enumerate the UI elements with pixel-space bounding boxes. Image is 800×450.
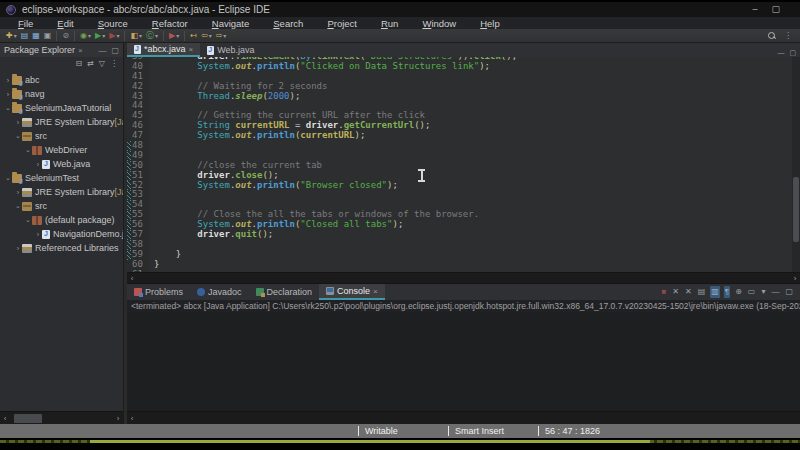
collapse-all-icon[interactable]: ⊟	[75, 59, 82, 68]
print-button[interactable]: ▣	[42, 30, 54, 42]
tab-web-java[interactable]: Web.java	[200, 43, 261, 57]
scroll-left-icon[interactable]: ‹	[127, 274, 137, 283]
chevron-down-icon[interactable]: ⌄	[4, 104, 12, 112]
video-progress-bar[interactable]	[0, 440, 800, 443]
chevron-right-icon[interactable]: ›	[4, 77, 12, 84]
console-output[interactable]	[127, 312, 800, 411]
external-tools-button[interactable]: ▶▾	[167, 30, 181, 42]
editor-vscrollbar[interactable]	[792, 57, 800, 272]
chevron-down-icon[interactable]: ▾	[88, 32, 91, 39]
toolbar-overflow-icon[interactable]: ⋮	[784, 31, 792, 40]
close-icon[interactable]: ×	[78, 46, 83, 55]
menu-file[interactable]: File	[6, 18, 45, 29]
minimize-panel-icon[interactable]: —	[770, 286, 780, 298]
tab-problems[interactable]: Problems	[127, 284, 190, 300]
tab-declaration[interactable]: Declaration	[249, 284, 320, 300]
new-java-project-button[interactable]: ◧▾	[128, 30, 144, 42]
chevron-down-icon[interactable]: ⌄	[24, 216, 32, 224]
chevron-down-icon[interactable]: ⌄	[14, 132, 22, 140]
minimize-panel-icon[interactable]: —	[777, 49, 784, 57]
chevron-down-icon[interactable]: ▾	[155, 32, 158, 39]
maximize-panel-icon[interactable]: ▢	[784, 286, 794, 298]
scroll-thumb[interactable]	[14, 414, 42, 423]
open-console-icon[interactable]: ▾	[760, 286, 766, 298]
chevron-down-icon[interactable]: ▾	[116, 32, 119, 39]
chevron-down-icon[interactable]: ▾	[209, 32, 212, 39]
code-editor[interactable]: 39 driver.findElement(By.linkText("Data …	[127, 57, 800, 272]
tab-javadoc[interactable]: Javadoc	[190, 284, 249, 300]
chevron-right-icon[interactable]: ›	[14, 245, 22, 252]
tab-console[interactable]: Console×	[319, 284, 385, 300]
minimize-button[interactable]: –	[752, 3, 757, 16]
close-icon[interactable]: ×	[189, 45, 194, 54]
editor-hscrollbar[interactable]: ‹ ›	[127, 272, 800, 284]
chevron-down-icon[interactable]: ▾	[139, 32, 142, 39]
clear-console-icon[interactable]: ▤	[697, 286, 707, 298]
tree-item-jre-system-library-[interactable]: ›JRE System Library [JavaSE-1	[0, 115, 123, 129]
menu-navigate[interactable]: Navigate	[200, 18, 262, 29]
word-wrap-icon[interactable]: ¶	[724, 286, 730, 298]
skip-all-breakpoints-button[interactable]: ⊘	[60, 30, 71, 42]
chevron-down-icon[interactable]: ⌄	[14, 202, 22, 210]
scroll-left-icon[interactable]: ‹	[127, 414, 137, 423]
tree-item-navigationdemo-java[interactable]: ›NavigationDemo.java	[0, 227, 123, 241]
view-menu-icon[interactable]: ⋮	[110, 59, 118, 68]
minimize-panel-icon[interactable]: —	[98, 46, 106, 55]
menu-project[interactable]: Project	[315, 18, 369, 29]
tree-item-src[interactable]: ⌄src	[0, 129, 123, 143]
tree-item-referenced-libraries[interactable]: ›Referenced Libraries	[0, 241, 123, 255]
chevron-right-icon[interactable]: ›	[34, 231, 42, 238]
tree-item-jre-system-library-[interactable]: ›JRE System Library [JavaSE-1	[0, 185, 123, 199]
menu-run[interactable]: Run	[369, 18, 410, 29]
pin-console-icon[interactable]: ⊕	[734, 286, 743, 298]
chevron-down-icon[interactable]: ▾	[14, 32, 17, 39]
maximize-panel-icon[interactable]: ▢	[111, 46, 119, 55]
menu-edit[interactable]: Edit	[45, 18, 85, 29]
chevron-down-icon[interactable]: ▾	[176, 32, 179, 39]
terminate-icon[interactable]: ■	[660, 286, 667, 298]
explorer-hscrollbar[interactable]: ‹ ›	[0, 411, 123, 424]
forward-button[interactable]: ⇨▾	[214, 30, 229, 42]
chevron-right-icon[interactable]: ›	[4, 91, 12, 98]
new-wizard-button[interactable]: ✚▾	[4, 30, 19, 42]
tree-item-abc[interactable]: ›abc	[0, 73, 123, 87]
debug-button[interactable]: ◉▾	[78, 30, 93, 42]
tree-item-src[interactable]: ⌄src	[0, 199, 123, 213]
menu-help[interactable]: Help	[468, 18, 512, 29]
save-all-button[interactable]: ▦	[30, 30, 42, 42]
link-with-editor-icon[interactable]: ⇄	[87, 59, 94, 68]
maximize-panel-icon[interactable]: ▢	[789, 49, 796, 57]
close-icon[interactable]: ×	[373, 287, 378, 296]
remove-all-launches-icon[interactable]: ✕	[684, 286, 693, 298]
back-button[interactable]: ⇦▾	[199, 30, 214, 42]
tree-item-seleniumjavatutorial[interactable]: ⌄SeleniumJavaTutorial	[0, 101, 123, 115]
scroll-lock-icon[interactable]: ▥	[710, 286, 720, 298]
tree-item--default-package-[interactable]: ⌄(default package)	[0, 213, 123, 227]
remove-launch-icon[interactable]: ✕	[671, 286, 680, 298]
tree-item-web-java[interactable]: ›Web.java	[0, 157, 123, 171]
maximize-button[interactable]: ▢	[771, 3, 780, 16]
chevron-down-icon[interactable]: ⌄	[24, 146, 32, 154]
menu-search[interactable]: Search	[261, 18, 315, 29]
console-hscrollbar[interactable]: ‹	[127, 411, 800, 424]
tab-package-explorer[interactable]: Package Explorer	[4, 45, 75, 55]
chevron-right-icon[interactable]: ›	[14, 119, 22, 126]
coverage-button[interactable]: ▶▾	[107, 30, 121, 42]
tree-item-webdriver[interactable]: ⌄WebDriver	[0, 143, 123, 157]
menu-refactor[interactable]: Refactor	[140, 18, 200, 29]
tree-item-navg[interactable]: ›navg	[0, 87, 123, 101]
filter-icon[interactable]: ▽	[99, 59, 105, 68]
chevron-down-icon[interactable]: ⌄	[4, 174, 12, 182]
scroll-left-icon[interactable]: ‹	[0, 414, 10, 423]
chevron-down-icon[interactable]: ▾	[102, 32, 105, 39]
chevron-right-icon[interactable]: ›	[14, 189, 22, 196]
menu-window[interactable]: Window	[410, 18, 468, 29]
chevron-right-icon[interactable]: ›	[34, 161, 42, 168]
scroll-right-icon[interactable]: ›	[790, 274, 800, 283]
run-button[interactable]: ▶▾	[93, 30, 107, 42]
search-icon[interactable]	[768, 32, 776, 40]
new-java-class-button[interactable]: Ⓒ▾	[144, 30, 160, 42]
save-button[interactable]: ▤	[19, 30, 31, 42]
tab--abcx-java[interactable]: *abcx.java×	[127, 43, 200, 57]
display-selected-icon[interactable]: ▭	[747, 286, 757, 298]
